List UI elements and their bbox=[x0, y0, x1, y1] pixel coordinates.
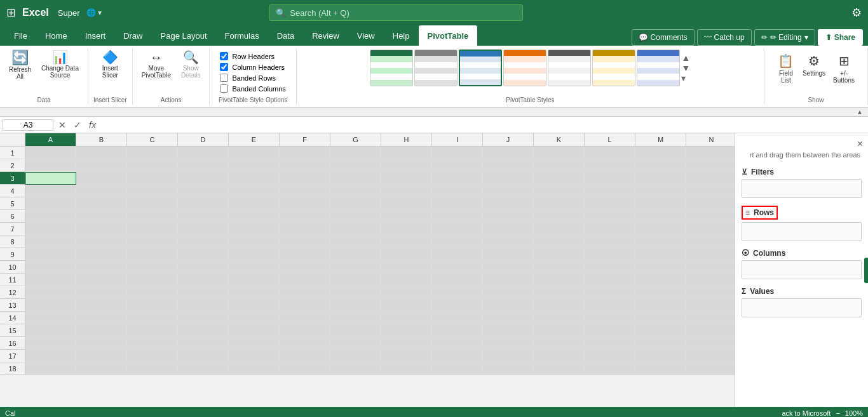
style-thumb-3[interactable] bbox=[459, 50, 502, 86]
show-details-button[interactable]: 🔍 ShowDetails bbox=[177, 50, 205, 80]
tab-review[interactable]: Review bbox=[303, 25, 348, 46]
cell-K2[interactable] bbox=[534, 159, 585, 172]
banded-columns-checkbox[interactable]: Banded Columns bbox=[220, 84, 285, 93]
cell-B2[interactable] bbox=[76, 159, 127, 172]
cell-D2[interactable] bbox=[178, 159, 229, 172]
cell-H3[interactable] bbox=[381, 172, 432, 185]
tab-file[interactable]: File bbox=[5, 25, 36, 46]
row-header-7[interactable]: 7 bbox=[0, 223, 25, 235]
styles-scroll-up[interactable]: ▲ bbox=[681, 53, 690, 63]
cell-I3[interactable] bbox=[432, 172, 483, 185]
cell-C1[interactable] bbox=[127, 147, 178, 159]
refresh-all-button[interactable]: 🔄 RefreshAll bbox=[5, 50, 35, 81]
cell-E1[interactable] bbox=[229, 147, 280, 159]
change-data-source-button[interactable]: 📊 Change DataSource bbox=[37, 50, 83, 80]
sheet-name[interactable]: Cal bbox=[5, 409, 16, 417]
editing-button[interactable]: ✏ ✏ Editing ▾ bbox=[754, 29, 815, 46]
row-header-6[interactable]: 6 bbox=[0, 210, 25, 223]
grid-icon[interactable]: ⊞ bbox=[6, 6, 16, 20]
column-headers-input[interactable] bbox=[220, 63, 228, 71]
values-drop-zone[interactable] bbox=[742, 298, 862, 317]
row-header-5[interactable]: 5 bbox=[0, 197, 25, 210]
cell-H2[interactable] bbox=[381, 159, 432, 172]
banded-rows-input[interactable] bbox=[220, 74, 228, 82]
tab-data[interactable]: Data bbox=[268, 25, 303, 46]
zoom-decrease[interactable]: − bbox=[836, 409, 839, 417]
col-header-J[interactable]: J bbox=[483, 133, 534, 146]
cell-M1[interactable] bbox=[635, 147, 686, 159]
cell-A1[interactable] bbox=[25, 147, 76, 159]
tab-home[interactable]: Home bbox=[36, 25, 76, 46]
cell-A3[interactable] bbox=[25, 172, 76, 185]
cell-F3[interactable] bbox=[280, 172, 330, 185]
comments-button[interactable]: 💬 Comments bbox=[632, 29, 695, 46]
row-header-16[interactable]: 16 bbox=[0, 337, 25, 350]
cell-L2[interactable] bbox=[585, 159, 635, 172]
col-header-H[interactable]: H bbox=[381, 133, 432, 146]
row-header-12[interactable]: 12 bbox=[0, 286, 25, 299]
settings-icon[interactable]: ⚙ bbox=[851, 6, 862, 20]
cell-D1[interactable] bbox=[178, 147, 229, 159]
cell-J1[interactable] bbox=[483, 147, 534, 159]
cell-D3[interactable] bbox=[178, 172, 229, 185]
ribbon-collapse-button[interactable]: ▲ bbox=[857, 109, 863, 116]
banded-rows-checkbox[interactable]: Banded Rows bbox=[220, 74, 285, 82]
field-list-button[interactable]: 📋 FieldList bbox=[775, 52, 797, 85]
cell-B3[interactable] bbox=[76, 172, 127, 185]
search-box[interactable]: 🔍 Search (Alt + Q) bbox=[269, 4, 523, 21]
back-to-microsoft[interactable]: ack to Microsoft bbox=[782, 409, 831, 417]
row-header-15[interactable]: 15 bbox=[0, 324, 25, 337]
col-header-E[interactable]: E bbox=[229, 133, 280, 146]
cell-A4[interactable] bbox=[25, 185, 76, 197]
tab-insert[interactable]: Insert bbox=[76, 25, 115, 46]
columns-drop-zone[interactable] bbox=[742, 260, 862, 279]
col-header-I[interactable]: I bbox=[432, 133, 483, 146]
cell-M2[interactable] bbox=[635, 159, 686, 172]
col-header-D[interactable]: D bbox=[178, 133, 229, 146]
cell-G2[interactable] bbox=[330, 159, 381, 172]
row-header-4[interactable]: 4 bbox=[0, 185, 25, 197]
style-thumb-1[interactable] bbox=[370, 50, 413, 86]
row-header-2[interactable]: 2 bbox=[0, 159, 25, 172]
column-headers-checkbox[interactable]: Column Headers bbox=[220, 63, 285, 71]
col-header-B[interactable]: B bbox=[76, 133, 127, 146]
tab-page-layout[interactable]: Page Layout bbox=[152, 25, 216, 46]
cell-I1[interactable] bbox=[432, 147, 483, 159]
insert-function-button[interactable]: fx bbox=[86, 120, 98, 130]
cell-B1[interactable] bbox=[76, 147, 127, 159]
cell-G1[interactable] bbox=[330, 147, 381, 159]
style-thumb-4[interactable] bbox=[503, 50, 546, 86]
rows-drop-zone[interactable] bbox=[742, 222, 862, 241]
row-header-18[interactable]: 18 bbox=[0, 362, 25, 375]
corner-cell[interactable] bbox=[0, 133, 25, 146]
move-pivottable-button[interactable]: ↔ MovePivotTable bbox=[138, 50, 175, 80]
cell-E3[interactable] bbox=[229, 172, 280, 185]
name-box[interactable] bbox=[3, 119, 53, 131]
row-headers-input[interactable] bbox=[220, 52, 228, 60]
style-thumb-5[interactable] bbox=[548, 50, 591, 86]
cell-K3[interactable] bbox=[534, 172, 585, 185]
catchup-button[interactable]: 〰 Catch up bbox=[697, 29, 752, 46]
row-header-10[interactable]: 10 bbox=[0, 261, 25, 274]
col-header-G[interactable]: G bbox=[330, 133, 381, 146]
formula-input[interactable] bbox=[101, 121, 865, 129]
filters-drop-zone[interactable] bbox=[742, 179, 862, 198]
style-thumb-7[interactable] bbox=[637, 50, 680, 86]
row-header-8[interactable]: 8 bbox=[0, 235, 25, 248]
panel-close-button[interactable]: × bbox=[857, 138, 863, 150]
row-header-11[interactable]: 11 bbox=[0, 274, 25, 286]
row-header-14[interactable]: 14 bbox=[0, 312, 25, 324]
row-header-3[interactable]: 3 bbox=[0, 172, 25, 185]
cell-C3[interactable] bbox=[127, 172, 178, 185]
row-header-1[interactable]: 1 bbox=[0, 147, 25, 159]
cancel-formula-button[interactable]: ✕ bbox=[56, 120, 69, 130]
col-header-K[interactable]: K bbox=[534, 133, 585, 146]
banded-columns-input[interactable] bbox=[220, 84, 228, 93]
cell-A2[interactable] bbox=[25, 159, 76, 172]
cell-I2[interactable] bbox=[432, 159, 483, 172]
row-header-13[interactable]: 13 bbox=[0, 299, 25, 312]
cell-M3[interactable] bbox=[635, 172, 686, 185]
share-button[interactable]: ⬆ Share bbox=[818, 29, 863, 46]
cell-H1[interactable] bbox=[381, 147, 432, 159]
cell-E2[interactable] bbox=[229, 159, 280, 172]
